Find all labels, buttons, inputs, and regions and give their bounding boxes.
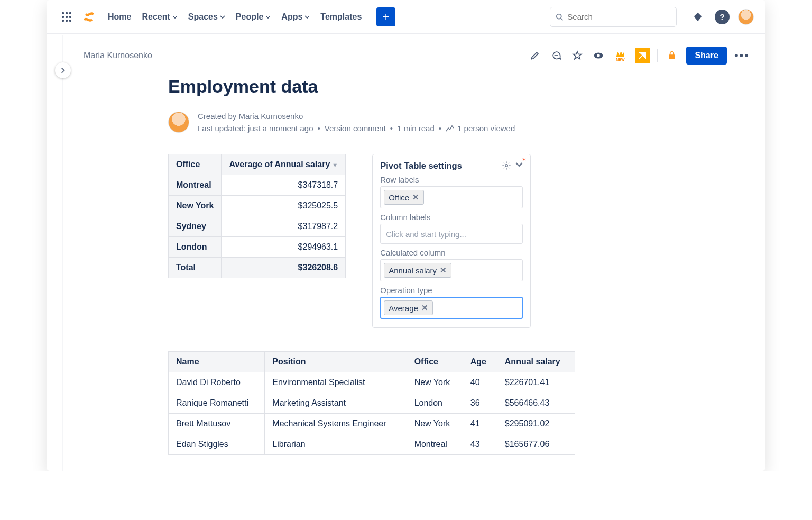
remove-tag-icon[interactable]: ✕: [440, 266, 447, 275]
remove-tag-icon[interactable]: ✕: [421, 303, 428, 313]
svg-rect-4: [66, 16, 68, 18]
table-row: Edan StigglesLibrarianMontreal43$165677.…: [169, 434, 575, 455]
product-logo[interactable]: [80, 8, 97, 25]
page-title: Employment data: [168, 76, 602, 97]
table-row: Brett MattusovMechanical Systems Enginee…: [169, 414, 575, 434]
col-age[interactable]: Age: [463, 352, 497, 372]
calculated-column-input[interactable]: Annual salary✕: [380, 259, 523, 281]
app-switcher-icon[interactable]: [58, 8, 75, 25]
separator: [657, 49, 658, 62]
pivot-row-label: Montreal: [169, 175, 222, 196]
star-icon[interactable]: [570, 49, 584, 62]
search-icon: [556, 13, 563, 21]
svg-rect-5: [69, 16, 71, 18]
col-annual-salary[interactable]: Annual salary: [497, 352, 575, 372]
tag-office[interactable]: Office✕: [384, 190, 424, 205]
operation-type-input[interactable]: Average✕: [380, 297, 523, 319]
pivot-col-office[interactable]: Office: [169, 154, 222, 175]
restrictions-icon[interactable]: [665, 49, 679, 62]
row-labels-label: Row labels: [380, 175, 523, 184]
top-nav: Home Recent Spaces People Apps Templates…: [47, 0, 765, 34]
table-header-row: Name Position Office Age Annual salary: [169, 352, 575, 372]
operation-type-label: Operation type: [380, 286, 523, 295]
column-labels-label: Column labels: [380, 213, 523, 222]
created-by: Created by Maria Kurnosenko: [198, 112, 515, 121]
row-labels-input[interactable]: Office✕: [380, 186, 523, 208]
pivot-row-label: New York: [169, 196, 222, 216]
notifications-icon[interactable]: [689, 8, 706, 25]
svg-rect-1: [66, 12, 68, 14]
viewers[interactable]: 1 person viewed: [457, 124, 515, 133]
tag-average[interactable]: Average✕: [384, 300, 433, 315]
required-indicator: ✶: [522, 157, 526, 162]
sort-desc-icon: ▼: [332, 162, 338, 168]
create-button[interactable]: +: [376, 7, 395, 26]
pivot-total-value: $326208.6: [222, 258, 346, 278]
pivot-table: Office Average of Annual salary▼ Montrea…: [168, 154, 346, 278]
pivot-row-value: $294963.1: [222, 237, 346, 258]
svg-rect-8: [69, 20, 71, 22]
byline: Created by Maria Kurnosenko Last updated…: [168, 112, 602, 133]
tag-annual-salary[interactable]: Annual salary✕: [384, 263, 451, 278]
svg-rect-6: [62, 20, 64, 22]
pivot-row-value: $317987.2: [222, 216, 346, 237]
nav-apps[interactable]: Apps: [281, 12, 310, 22]
svg-rect-7: [66, 20, 68, 22]
pivot-total-label: Total: [169, 258, 222, 278]
analytics-icon: [446, 125, 454, 132]
chevron-down-icon: [304, 14, 310, 20]
data-table: Name Position Office Age Annual salary D…: [168, 351, 575, 455]
nav-templates[interactable]: Templates: [320, 12, 362, 22]
svg-rect-3: [62, 16, 64, 18]
pivot-row-label: London: [169, 237, 222, 258]
svg-rect-0: [62, 12, 64, 14]
last-updated[interactable]: Last updated: just a moment ago: [198, 124, 313, 133]
svg-line-10: [561, 18, 563, 20]
chevron-down-icon: [265, 14, 271, 20]
page-actions: NEW Share •••: [528, 47, 750, 65]
gear-icon[interactable]: [502, 161, 511, 170]
chevron-down-icon: [220, 14, 225, 20]
sidebar-toggle[interactable]: [55, 62, 71, 78]
version-comment[interactable]: Version comment: [313, 124, 385, 133]
app-badge-icon[interactable]: [635, 48, 650, 63]
svg-point-9: [557, 14, 561, 19]
svg-point-13: [597, 54, 601, 57]
nav-spaces[interactable]: Spaces: [188, 12, 225, 22]
read-time: 1 min read: [386, 124, 435, 133]
search-box[interactable]: [550, 7, 677, 27]
profile-avatar[interactable]: [738, 9, 754, 25]
pivot-row-value: $325025.5: [222, 196, 346, 216]
pivot-col-avg-salary[interactable]: Average of Annual salary▼: [222, 154, 346, 175]
pivot-row-value: $347318.7: [222, 175, 346, 196]
column-labels-input[interactable]: Click and start typing...: [380, 224, 523, 244]
help-icon[interactable]: ?: [715, 10, 730, 24]
comment-icon[interactable]: [549, 49, 563, 62]
calculated-column-label: Calculated column: [380, 248, 523, 257]
nav-people[interactable]: People: [236, 12, 271, 22]
edit-icon[interactable]: [528, 49, 542, 62]
column-labels-placeholder: Click and start typing...: [384, 230, 466, 239]
new-badge-icon[interactable]: NEW: [613, 48, 628, 63]
col-name[interactable]: Name: [169, 352, 265, 372]
col-position[interactable]: Position: [265, 352, 407, 372]
watch-icon[interactable]: [592, 49, 605, 62]
nav-home[interactable]: Home: [108, 12, 131, 22]
search-input[interactable]: [567, 12, 671, 21]
breadcrumb[interactable]: Maria Kurnosenko: [84, 51, 522, 60]
panel-title: Pivot Table settings: [380, 161, 462, 171]
svg-rect-2: [69, 12, 71, 14]
nav-recent[interactable]: Recent: [142, 12, 177, 22]
share-button[interactable]: Share: [686, 47, 726, 65]
svg-point-14: [505, 165, 508, 167]
pivot-settings-panel: Pivot Table settings ✶ Row labels Office…: [372, 154, 531, 328]
table-row: David Di RobertoEnvironmental Specialist…: [169, 372, 575, 393]
remove-tag-icon[interactable]: ✕: [412, 193, 419, 202]
col-office[interactable]: Office: [407, 352, 463, 372]
pivot-row-label: Sydney: [169, 216, 222, 237]
author-avatar[interactable]: [168, 112, 189, 133]
table-row: Ranique RomanettiMarketing AssistantLond…: [169, 393, 575, 414]
chevron-down-icon: [172, 14, 178, 20]
nav-links: Home Recent Spaces People Apps Templates: [108, 12, 362, 22]
more-actions-icon[interactable]: •••: [734, 49, 750, 62]
